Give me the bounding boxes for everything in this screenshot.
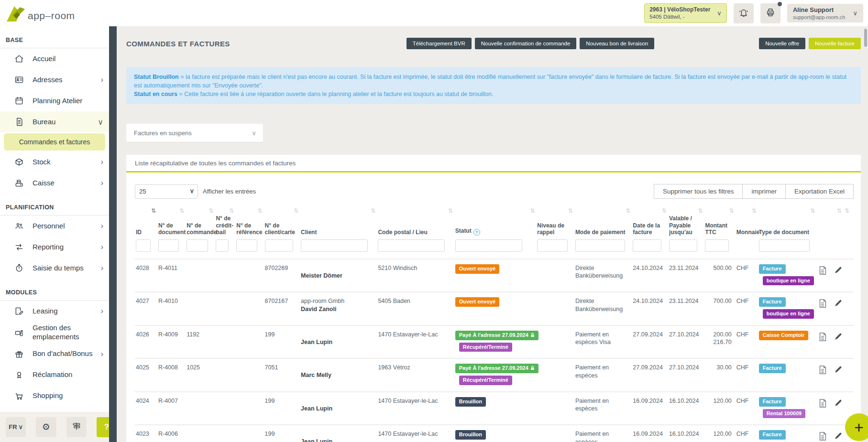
notifications-button[interactable] [734,3,754,23]
pencil-icon[interactable] [834,365,843,375]
pencil-icon[interactable] [834,332,843,342]
filter-input-n-de-reference[interactable] [236,239,257,252]
action-buttons: Téléchargement BVRNouvelle confirmation … [407,38,861,49]
filter-input-valable-payable-jusqu-au[interactable] [669,239,698,252]
sort-icon[interactable]: ⇅ [752,207,757,214]
chevron-down-icon: ∨ [853,10,857,17]
box-icon [14,157,24,167]
telechargement-bvr-button[interactable]: Téléchargement BVR [407,38,472,49]
printer-icon [765,7,776,20]
filter-input-n-de-credit-bail[interactable] [216,239,229,252]
filter-input-niveau-de-rappel[interactable] [537,239,568,252]
invoice-filter-dropdown[interactable]: Factures en suspens ∨ [126,124,263,142]
sort-icon[interactable]: ⇅ [810,207,815,214]
sort-icon[interactable]: ⇅ [294,207,298,214]
document-icon[interactable] [817,398,828,409]
nouveau-bon-de-livraison-button[interactable]: Nouveau bon de livraison [580,38,654,49]
sidebar-item-shopping[interactable]: Shopping [0,386,109,407]
filter-input-code-postal-lieu[interactable] [378,239,445,252]
sidebar-item-accueil[interactable]: Accueil [0,48,109,69]
help-button[interactable]: ? [97,417,109,437]
filter-input-type-de-document[interactable] [759,239,810,252]
sort-icon[interactable]: ⇅ [448,207,453,214]
invoice-list-panel: Liste récapitulative de toutes les comma… [126,155,861,442]
pencil-icon[interactable] [834,431,843,442]
sort-icon[interactable]: ⇅ [568,207,573,214]
signpost-button[interactable] [66,417,87,437]
nouvelle-facture-button[interactable]: Nouvelle facture [809,38,861,49]
filter-input-n-de-client-carte[interactable] [265,239,294,252]
sidebar-item-caisse[interactable]: Caisse› [0,172,109,194]
filter-input-mode-de-paiement[interactable] [575,239,625,252]
sidebar-item-leasing[interactable]: Leasing› [0,301,109,322]
box-move-icon [14,328,24,337]
pencil-icon[interactable] [834,298,843,309]
sidebar-item-reclamation[interactable]: Réclamation [0,365,109,386]
sort-icon[interactable]: ⇅ [209,207,213,214]
language-selector[interactable]: FR∨ [6,417,26,437]
page-size-select[interactable]: 25 [135,184,198,199]
sort-icon[interactable]: ⇅ [530,207,535,214]
sidebar-item-bon-d-achat-bonus[interactable]: Bon d'achat/Bonus› [0,344,109,365]
sort-icon[interactable]: ⇅ [662,207,667,214]
sidebar-item-stock[interactable]: Stock› [0,151,109,172]
status-badge: Ouvert envoyé [455,264,499,274]
sidebar-item-adresses[interactable]: Adresses› [0,69,109,90]
document-icon[interactable] [817,265,828,276]
print-button[interactable]: imprimer [743,184,786,199]
sidebar-footer: FR∨ ⚙ ? [0,412,109,442]
print-queue-button[interactable] [760,3,780,23]
sort-icon[interactable]: ⇅ [626,207,630,214]
filter-input-montant-ttc[interactable] [705,239,728,252]
document-icon[interactable] [817,431,828,442]
pencil-icon[interactable] [834,265,843,276]
user-menu[interactable]: Aline Support support@app-room.ch ∨ [787,4,863,22]
sort-icon[interactable]: ⇅ [229,207,234,214]
sort-icon[interactable]: ⇅ [179,207,184,214]
logo-arrow-icon [6,4,26,22]
sidebar-item-bureau[interactable]: Bureau∨ [0,111,109,132]
doc-pencil-icon [14,306,24,316]
sidebar-item-personnel[interactable]: Personnel› [0,216,109,237]
sidebar-item-gestion-des-emplacements[interactable]: Gestion des emplacements [0,322,109,344]
statut-help-icon[interactable]: ? [473,229,480,236]
filter-input-statut[interactable] [455,239,522,252]
filter-input-n-de-commande[interactable] [187,239,208,252]
shop-selector[interactable]: 2963 | VéloShopTester 5405 Dättwil, - ∨ [644,3,727,23]
sort-icon[interactable]: ⇅ [371,207,375,214]
document-icon[interactable] [817,332,828,342]
nouvelle-offre-button[interactable]: Nouvelle offre [759,38,805,49]
pencil-icon[interactable] [834,398,843,409]
sidebar-item-planning-atelier[interactable]: Planning Atelier [0,90,109,111]
filter-input-date-de-la-facture[interactable] [633,239,661,252]
filter-input-n-de-document[interactable] [158,239,179,252]
column-header-type-de-document: ⇅Type de document [758,205,817,237]
type-badge: boutique en ligne [763,276,814,286]
sort-icon[interactable]: ⇅ [151,207,156,214]
type-badge: Facture [759,397,786,407]
sidebar-item-label: Bon d'achat/Bonus [33,349,92,358]
column-header-valable-payable-jusqu-au: ⇅Valable / Payable jusqu'au [668,205,704,237]
filter-input-id[interactable] [136,239,151,252]
filter-input-client[interactable] [301,239,368,252]
page-title: COMMANDES ET FACTURES [126,40,230,48]
column-header-statut: ⇅Statut? [454,205,537,237]
clear-filters-button[interactable]: Supprimer tous les filtres [654,184,743,199]
sort-icon[interactable]: ⇅ [257,207,262,214]
chevron-right-icon: › [101,158,103,166]
type-badge: Facture [759,297,786,307]
sidebar-item-saisie-du-temps[interactable]: Saisie du temps› [0,258,109,279]
sort-icon[interactable]: ⇅ [729,207,734,214]
app-logo: app–room [6,4,75,22]
sidebar-item-reporting[interactable]: Reporting› [0,237,109,258]
vertical-scrollbar[interactable] [864,29,867,47]
nouvelle-confirmation-de-commande-button[interactable]: Nouvelle confirmation de commande [475,38,577,49]
document-icon[interactable] [817,365,828,375]
excel-export-button[interactable]: Exportation Excel [786,184,854,199]
settings-button[interactable]: ⚙ [36,417,56,437]
status-badge: Ouvert envoyé [455,297,499,307]
document-icon[interactable] [817,298,828,309]
sort-icon[interactable]: ⇅⇅ [837,207,852,214]
sidebar-subitem-commandes-et-factures-active[interactable]: Commandes et factures [4,133,105,151]
sort-icon[interactable]: ⇅ [698,207,703,214]
